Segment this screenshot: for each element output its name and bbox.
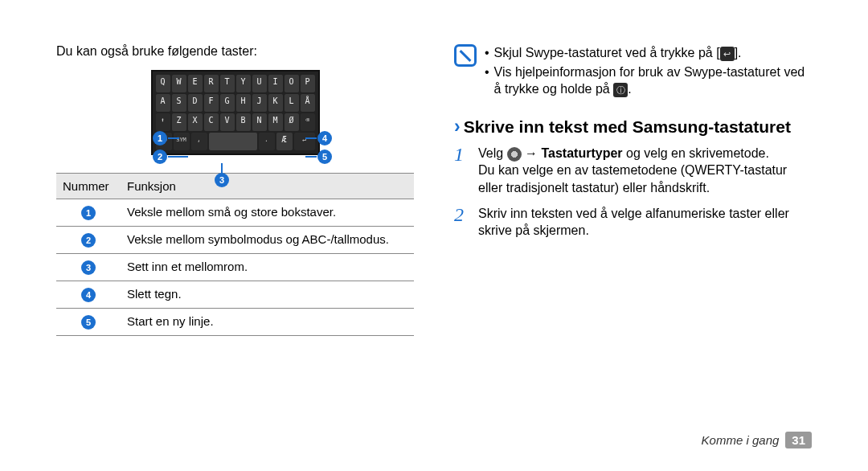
row-func-2: Veksle mellom symbolmodus og ABC-/tallmo… — [121, 227, 414, 254]
page-footer: Komme i gang 31 — [702, 432, 812, 448]
row-badge-1: 1 — [81, 206, 96, 220]
kb-key: Ø — [285, 113, 299, 131]
chevron-right-icon: › — [454, 117, 461, 136]
kb-key: U — [252, 75, 267, 92]
comma-key: , — [191, 133, 207, 150]
row-badge-3: 3 — [81, 260, 96, 275]
shift-key-icon: ⬆ — [156, 113, 170, 131]
kb-key: W — [172, 75, 186, 92]
bullet-dot — [485, 63, 489, 98]
table-header-func: Funksjon — [121, 174, 414, 199]
callout-1: 1 — [153, 131, 167, 145]
table-row: 4 Slett tegn. — [56, 281, 414, 309]
kb-key: M — [268, 113, 283, 131]
row-badge-5: 5 — [81, 315, 96, 330]
kb-key: E — [188, 75, 203, 92]
enter-key-icon: ↵ — [294, 133, 315, 150]
callout-line-5 — [305, 156, 317, 158]
table-row: 3 Sett inn et mellomrom. — [56, 254, 414, 281]
row-func-4: Slett tegn. — [121, 281, 414, 309]
swype-info-icon: ⓘ — [613, 83, 628, 97]
kb-key: Y — [236, 75, 251, 92]
row-func-5: Start en ny linje. — [121, 309, 414, 336]
row-badge-4: 4 — [81, 288, 96, 302]
callout-line-3 — [221, 163, 223, 174]
note-box: Skjul Swype-tastaturet ved å trykke på [… — [454, 44, 812, 100]
step-number-2: 2 — [454, 205, 470, 240]
kb-key: X — [188, 113, 203, 131]
table-header-num: Nummer — [56, 174, 121, 199]
gear-icon — [507, 147, 522, 162]
note-icon — [454, 44, 477, 67]
step-1-detail: Du kan velge en av tastemetodene (QWERTY… — [478, 162, 812, 196]
callout-3: 3 — [215, 173, 229, 187]
row-func-3: Sett inn et mellomrom. — [121, 254, 414, 281]
dot-key: . — [259, 133, 275, 150]
space-key — [209, 133, 257, 150]
kb-key: D — [188, 94, 203, 112]
table-row: 1 Veksle mellom små og store bokstaver. — [56, 199, 414, 227]
kb-key: V — [220, 113, 235, 131]
table-row: 2 Veksle mellom symbolmodus og ABC-/tall… — [56, 227, 414, 254]
intro-text: Du kan også bruke følgende taster: — [56, 44, 414, 59]
kb-key: G — [220, 94, 235, 112]
kb-key: Å — [301, 94, 315, 112]
kb-key: Z — [172, 113, 186, 131]
kb-key: O — [285, 75, 299, 92]
kb-key: L — [285, 94, 299, 112]
kb-key: H — [236, 94, 251, 112]
callout-line-2 — [168, 156, 188, 158]
footer-section-label: Komme i gang — [702, 433, 780, 447]
left-column: Du kan også bruke følgende taster: 1 2 3… — [56, 44, 414, 336]
delete-key-icon: ⌫ — [301, 113, 315, 131]
kb-key: T — [220, 75, 235, 92]
row-func-1: Veksle mellom små og store bokstaver. — [121, 199, 414, 227]
kb-key: F — [204, 94, 219, 112]
section-heading: › Skrive inn tekst med Samsung-tastature… — [454, 117, 812, 137]
keyboard-graphic: Q W E R T Y U I O P A S D F G H — [151, 70, 320, 155]
callout-line-1 — [168, 137, 179, 139]
bullet-dot — [485, 44, 489, 62]
keyboard-figure: 1 2 3 4 5 Q W E R T Y U I O — [56, 70, 414, 155]
kb-key: Æ — [276, 133, 293, 150]
note-line-2: Vis hjelpeinformasjon for bruk av Swype-… — [494, 63, 812, 98]
page-number: 31 — [785, 432, 812, 448]
kb-key: R — [204, 75, 219, 92]
callout-4: 4 — [317, 131, 332, 145]
back-key-icon: ↩ — [720, 47, 735, 61]
row-badge-2: 2 — [81, 233, 96, 248]
function-table: Nummer Funksjon 1 Veksle mellom små og s… — [56, 173, 414, 336]
note-line-1: Skjul Swype-tastaturet ved å trykke på [… — [494, 44, 742, 62]
kb-key: J — [252, 94, 267, 112]
kb-key: S — [172, 94, 186, 112]
step-number-1: 1 — [454, 145, 470, 197]
callout-5: 5 — [317, 149, 332, 164]
callout-2: 2 — [153, 149, 167, 164]
kb-key: K — [268, 94, 283, 112]
right-column: Skjul Swype-tastaturet ved å trykke på [… — [454, 44, 812, 336]
kb-key: N — [252, 113, 267, 131]
kb-key: P — [301, 75, 315, 92]
kb-key: B — [236, 113, 251, 131]
sym-key: SYM — [174, 133, 190, 150]
table-row: 5 Start en ny linje. — [56, 309, 414, 336]
kb-key: I — [268, 75, 283, 92]
callout-line-4 — [305, 137, 317, 139]
kb-key: C — [204, 113, 219, 131]
kb-key: Q — [156, 75, 170, 92]
step-1: 1 Velg → Tastaturtyper og velg en skrive… — [454, 145, 812, 197]
kb-key: A — [156, 94, 170, 112]
step-2: 2 Skriv inn teksten ved å velge alfanume… — [454, 205, 812, 240]
